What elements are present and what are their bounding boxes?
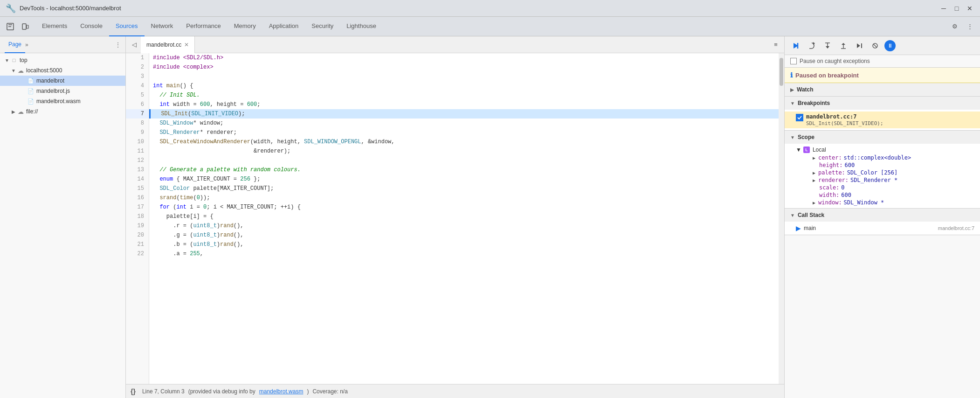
line-num-15: 15 [126,184,149,193]
more-menu-icon[interactable]: ⋮ [963,20,976,33]
scope-var-palette-value: SDL_Color [256] [847,169,897,176]
line-num-2: 2 [126,63,149,72]
step-btn[interactable] [853,39,866,52]
scope-var-width-name: width: [819,192,839,198]
breakpoint-item[interactable]: mandelbrot.cc:7 SDL_Init(SDL_INIT_VIDEO)… [785,112,980,128]
file-icon-mandelbrot-wasm: 📄 [27,98,35,105]
sidebar-more-icon[interactable]: » [25,42,28,48]
deactivate-breakpoints-btn[interactable] [869,39,882,52]
tab-network[interactable]: Network [145,17,180,36]
inspect-icon[interactable] [4,20,17,33]
scope-header[interactable]: ▼ Scope [785,131,980,144]
tree-arrow-top: ▼ [4,58,10,63]
tab-performance[interactable]: Performance [179,17,227,36]
tree-item-localhost[interactable]: ▼ ☁ localhost:5000 [0,65,125,76]
pause-exceptions-checkbox[interactable] [790,58,797,64]
tree-item-mandelbrot-js[interactable]: 📄 mandelbrot.js [0,86,125,96]
scope-var-window-arrow[interactable]: ▶ [813,200,815,205]
editor-nav-back[interactable]: ◁ [128,38,141,51]
scope-var-palette[interactable]: ▶ palette: SDL_Color [256] [785,169,980,176]
cloud-icon-file: ☁ [17,108,24,115]
call-stack-item-main[interactable]: ▶ main mandelbrot.cc:7 [785,223,980,233]
scope-var-window[interactable]: ▶ window: SDL_Window * [785,199,980,206]
settings-icon[interactable]: ⚙ [948,20,961,33]
tree-item-mandelbrot[interactable]: 📄 mandelbrot [0,76,125,86]
scope-var-center-arrow[interactable]: ▶ [813,155,815,161]
scope-var-palette-arrow[interactable]: ▶ [813,170,815,175]
code-line-17: for (int i = 0; i < MAX_ITER_COUNT; ++i)… [149,202,779,212]
tab-memory[interactable]: Memory [228,17,262,36]
scope-var-renderer-arrow[interactable]: ▶ [813,178,815,183]
tab-application[interactable]: Application [262,17,305,36]
tree-item-file[interactable]: ▶ ☁ file:// [0,106,125,117]
file-icon-mandelbrot-js: 📄 [27,87,35,95]
call-stack-body: ▶ main mandelbrot.cc:7 [785,222,980,235]
breakpoint-checkbox[interactable] [796,114,803,121]
device-toolbar-icon[interactable] [19,20,32,33]
status-bar: {} Line 7, Column 3 (provided via debug … [126,384,784,398]
maximize-button[interactable]: □ [952,4,961,13]
code-line-10: SDL_CreateWindowAndRenderer(width, heigh… [149,137,779,147]
svg-marker-15 [857,43,860,48]
tree-item-mandelbrot-wasm[interactable]: 📄 mandelbrot.wasm [0,96,125,106]
scope-local-icon: L [803,147,810,153]
code-line-18: palette[i] = { [149,212,779,221]
scrollbar-thumb[interactable] [780,58,783,86]
step-out-btn[interactable] [837,39,850,52]
tree-item-top[interactable]: ▼ □ top [0,55,125,65]
sidebar-kebab-menu[interactable]: ⋮ [115,42,121,48]
tab-elements[interactable]: Elements [35,17,74,36]
code-content[interactable]: #include <SDL2/SDL.h> #include <complex>… [149,53,779,384]
editor-nav-right: ≡ [769,38,782,51]
breakpoints-arrow: ▼ [790,101,795,106]
tree-label-file: file:// [26,108,38,115]
line-num-18: 18 [126,212,149,221]
call-stack-header[interactable]: ▼ Call Stack [785,209,980,222]
pause-exceptions-label: Pause on caught exceptions [800,58,870,64]
breakpoint-banner: ℹ Paused on breakpoint [785,68,980,83]
code-line-4: int main() { [149,81,779,91]
sidebar: Page » ⋮ ▼ □ top ▼ ☁ localhost:5000 📄 ma… [0,36,126,398]
editor-tab-close[interactable]: ✕ [184,42,189,48]
breakpoints-section: ▼ Breakpoints mandelbrot.cc:7 SDL_Init(S… [785,97,980,131]
resume-btn[interactable] [789,39,802,52]
scrollbar-vertical[interactable] [779,53,784,384]
breakpoints-header[interactable]: ▼ Breakpoints [785,97,980,110]
panel-scroll-area[interactable]: ℹ Paused on breakpoint ▶ Watch ▼ Breakpo… [785,68,980,398]
status-source-file[interactable]: mandelbrot.wasm [259,388,304,395]
scope-var-renderer[interactable]: ▶ renderer: SDL_Renderer * [785,176,980,184]
tab-sources[interactable]: Sources [109,17,145,36]
sidebar-tab-page[interactable]: Page [5,36,25,53]
line-num-19: 19 [126,221,149,230]
code-line-21: .b = (uint8_t)rand(), [149,240,779,249]
svg-marker-13 [842,43,845,45]
scope-var-center[interactable]: ▶ center: std::complex<double> [785,154,980,161]
scope-local-header[interactable]: ▼ L Local [785,146,980,154]
svg-rect-4 [27,25,28,28]
minimize-button[interactable]: ─ [939,4,948,13]
editor-tab-mandelbrot[interactable]: mandelbrot.cc ✕ [141,36,195,53]
tree-label-localhost: localhost:5000 [26,67,62,74]
scope-var-scale-value: 0 [841,184,844,191]
tab-console[interactable]: Console [74,17,109,36]
scope-local-label: Local [813,147,826,153]
scope-var-renderer-name: renderer: [818,177,849,183]
code-line-8: SDL_Window* window; [149,119,779,128]
editor-tabs: ◁ mandelbrot.cc ✕ ≡ [126,36,784,53]
tab-lighthouse[interactable]: Lighthouse [340,17,383,36]
tab-security[interactable]: Security [305,17,340,36]
pause-btn[interactable]: ⏸ [884,40,896,51]
watch-header[interactable]: ▶ Watch [785,83,980,96]
close-button[interactable]: ✕ [965,4,974,13]
editor-format-btn[interactable]: ≡ [769,38,782,51]
line-num-8: 8 [126,119,149,128]
svg-line-18 [873,44,877,48]
code-line-14: enum { MAX_ITER_COUNT = 256 }; [149,175,779,184]
editor-area: ◁ mandelbrot.cc ✕ ≡ 1 2 3 4 5 6 7 8 9 10… [126,36,784,398]
step-into-btn[interactable] [821,39,834,52]
format-braces-btn[interactable]: {} [131,388,136,395]
title-bar: 🔧 DevTools - localhost:5000/mandelbrot ─… [0,0,980,17]
status-source-info: (provided via debug info by [188,388,255,395]
scope-var-width-value: 600 [841,192,851,198]
step-over-btn[interactable] [805,39,818,52]
